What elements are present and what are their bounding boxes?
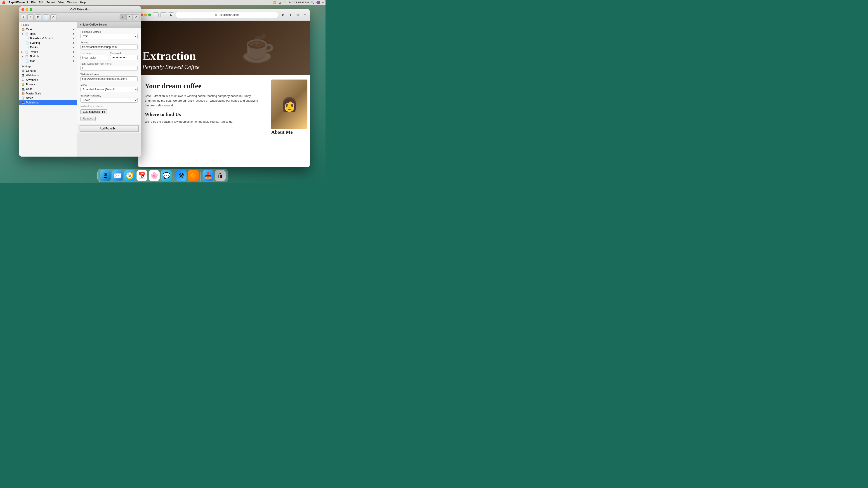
sidebar-item-webicons[interactable]: 🖼 Web Icons xyxy=(19,73,76,78)
safari-new-tab-button[interactable]: + xyxy=(303,12,307,18)
safari-minimize-button[interactable] xyxy=(144,13,147,16)
where-heading: Where to find Us xyxy=(145,111,262,117)
close-button[interactable] xyxy=(22,8,24,11)
dock-photos[interactable]: 🌸 xyxy=(149,170,160,181)
findus-dot xyxy=(73,56,74,57)
sidebar-item-breakfast[interactable]: 📄 Breakfast & Brunch xyxy=(19,36,76,41)
dock-rapidweaver[interactable]: 🔶 xyxy=(188,170,199,181)
dock-safari[interactable]: 🧭 xyxy=(124,170,135,181)
add-page-button[interactable]: + xyxy=(21,15,26,20)
sidebar-item-findus[interactable]: ▼ 📋 Find Us xyxy=(19,54,76,59)
menubar: 🍎 RapidWeaver 8 File Edit Format View Wi… xyxy=(0,0,326,5)
apple-menu[interactable]: 🍎 xyxy=(2,1,5,4)
rw-toolbar: + ≡ ⊞ 📄 ⚙ ✏ 👁 ⚙ xyxy=(19,13,141,22)
remove-button[interactable]: Remove xyxy=(81,116,96,121)
user-avatar[interactable] xyxy=(316,1,320,4)
hero-subtitle: Perfectly Brewed Coffee xyxy=(143,64,199,70)
sidebar-item-drinks[interactable]: 📄 Drinks xyxy=(19,45,76,50)
view-preview-btn[interactable]: 👁 xyxy=(126,14,133,20)
traffic-lights xyxy=(22,8,32,11)
safari-maximize-button[interactable] xyxy=(148,13,151,16)
minimize-button[interactable] xyxy=(26,8,28,11)
rw-sidebar: Pages 🏠 Café ▼ 📋 Menu 📄 Breakfast & Brun… xyxy=(19,22,77,157)
safari-forward-button[interactable]: › xyxy=(160,12,166,18)
safari-back-button[interactable]: ‹ xyxy=(153,12,159,18)
safari-sidebar-button[interactable]: ⊡ xyxy=(168,12,174,18)
website-address-input[interactable] xyxy=(81,76,138,81)
rw-main-content: ▼ Live Coffee Server Publishing Method F… xyxy=(77,22,141,157)
sidebar-item-general[interactable]: ⚙️ General xyxy=(19,69,76,73)
mode-select[interactable]: Extended Passive (Default) xyxy=(81,87,138,92)
pages-section-title: Pages xyxy=(19,22,76,27)
sidebar-masterstyle-label: Master Style xyxy=(26,92,41,95)
server-input[interactable] xyxy=(81,44,138,50)
battery-icon: 🔋 xyxy=(283,1,286,4)
publishing-section-header: ▼ Live Coffee Server xyxy=(77,22,141,28)
menu-edit[interactable]: Edit xyxy=(39,1,43,4)
toolbar-btn-list[interactable]: ≡ xyxy=(27,14,34,20)
menu-help[interactable]: Help xyxy=(80,1,86,4)
sidebar-item-cafe[interactable]: 🏠 Café xyxy=(19,27,76,32)
sidebar-item-publishing[interactable]: 📤 Publishing xyxy=(19,100,76,105)
search-icon[interactable]: 🔍 xyxy=(311,1,314,4)
sidebar-findus-label: Find Us xyxy=(30,55,39,58)
sidebar-item-masterstyle[interactable]: 🎨 Master Style xyxy=(19,91,76,96)
view-settings-btn[interactable]: ⚙ xyxy=(133,14,140,20)
backup-select[interactable]: Never xyxy=(81,98,138,103)
dock-finder[interactable]: 🖥 xyxy=(100,170,111,181)
sidebar-item-code[interactable]: 💻 Code xyxy=(19,87,76,91)
dock-downloads[interactable]: 📥 xyxy=(203,170,213,181)
safari-tab-button[interactable]: ⧉ xyxy=(295,12,301,18)
path-input[interactable] xyxy=(81,66,138,71)
control-center-icon[interactable]: ≡ xyxy=(322,1,324,4)
toolbar-btn-settings[interactable]: ⚙ xyxy=(51,14,57,20)
toolbar-btn-page[interactable]: 📄 xyxy=(43,14,49,20)
rw-titlebar: Café Extraction xyxy=(19,6,141,13)
map-page-icon: 📄 xyxy=(26,59,29,63)
drinks-page-icon: 📄 xyxy=(26,46,29,49)
toolbar-btn-grid[interactable]: ⊞ xyxy=(35,14,41,20)
dock-mail[interactable]: ✉️ xyxy=(112,170,123,181)
safari-reload-button[interactable]: ↻ xyxy=(280,12,286,18)
sidebar-item-advanced[interactable]: 🛡 Advanced xyxy=(19,78,76,82)
sidebar-map-label: Map xyxy=(30,59,35,63)
safari-lock-icon: 🔒 xyxy=(215,13,218,16)
method-row: Publishing Method FTP xyxy=(81,31,138,39)
menu-file[interactable]: File xyxy=(31,1,35,4)
add-from-bc-row: Add From Bc… xyxy=(77,124,141,133)
breakfast-page-icon: 📄 xyxy=(26,37,29,40)
main-description: Café Extraction is a multi-award winning… xyxy=(145,94,262,108)
dock-xcode[interactable]: ⚒ xyxy=(176,170,186,181)
safari-address-bar[interactable]: 🔒 Extraction Coffee xyxy=(176,12,278,18)
about-image: 👩 xyxy=(271,79,307,129)
datetime-display[interactable]: Fri 27 Jul 5:56 PM xyxy=(288,1,309,4)
password-input[interactable] xyxy=(110,55,138,60)
safari-share-button[interactable]: ⬆ xyxy=(287,12,293,18)
sidebar-item-map[interactable]: 📄 Map xyxy=(19,59,76,63)
menubar-left: 🍎 RapidWeaver 8 File Edit Format View Wi… xyxy=(2,1,86,4)
sidebar-item-evening[interactable]: 📄 Evening xyxy=(19,41,76,45)
add-from-bc-button[interactable]: Add From Bc… xyxy=(80,125,138,132)
dock-calendar[interactable]: 📅 xyxy=(136,170,147,181)
app-name[interactable]: RapidWeaver 8 xyxy=(8,1,28,4)
method-select[interactable]: FTP xyxy=(81,34,138,39)
sidebar-item-events[interactable]: ▶ 📋 Events xyxy=(19,50,76,54)
events-page-icon: 📋 xyxy=(25,51,28,54)
maximize-button[interactable] xyxy=(30,8,32,11)
sidebar-events-label: Events xyxy=(30,51,38,54)
sidebar-item-privacy[interactable]: 🔒 Privacy xyxy=(19,82,76,87)
dock-trash[interactable]: 🗑 xyxy=(215,170,225,181)
safari-window: ‹ › ⊡ 🔒 Extraction Coffee ↻ ⬆ ⧉ + Extrac… xyxy=(138,9,310,167)
sidebar-item-menu[interactable]: ▼ 📋 Menu xyxy=(19,32,76,36)
view-edit-btn[interactable]: ✏ xyxy=(120,14,126,20)
menu-format[interactable]: Format xyxy=(46,1,55,4)
menu-window[interactable]: Window xyxy=(67,1,77,4)
edit-htaccess-button[interactable]: Edit .htaccess File xyxy=(81,109,107,114)
sidebar-webicons-label: Web Icons xyxy=(26,74,39,77)
username-input[interactable] xyxy=(81,55,108,60)
website-address-row: Website Address xyxy=(81,73,138,81)
dock-messages[interactable]: 💬 xyxy=(161,170,172,181)
sidebar-item-notes[interactable]: 📝 Notes xyxy=(19,96,76,100)
notes-icon: 📝 xyxy=(22,96,25,100)
menu-view[interactable]: View xyxy=(58,1,64,4)
